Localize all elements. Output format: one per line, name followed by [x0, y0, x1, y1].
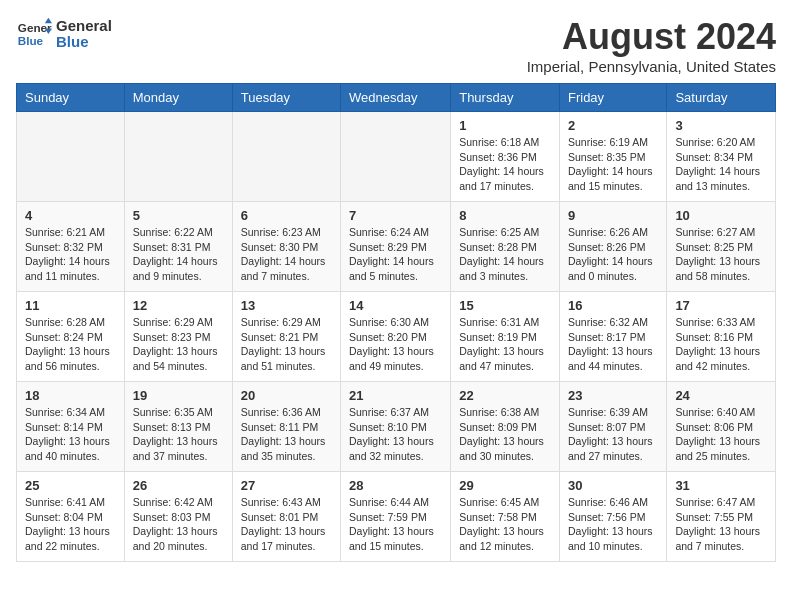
logo-general: General — [56, 18, 112, 35]
day-number: 18 — [25, 388, 116, 403]
day-cell-27: 27Sunrise: 6:43 AM Sunset: 8:01 PM Dayli… — [232, 472, 340, 562]
page-header: General Blue General Blue August 2024 Im… — [16, 16, 776, 75]
day-cell-17: 17Sunrise: 6:33 AM Sunset: 8:16 PM Dayli… — [667, 292, 776, 382]
day-info: Sunrise: 6:45 AM Sunset: 7:58 PM Dayligh… — [459, 495, 551, 554]
day-info: Sunrise: 6:36 AM Sunset: 8:11 PM Dayligh… — [241, 405, 332, 464]
weekday-header-sunday: Sunday — [17, 84, 125, 112]
svg-text:Blue: Blue — [18, 34, 44, 47]
day-info: Sunrise: 6:44 AM Sunset: 7:59 PM Dayligh… — [349, 495, 442, 554]
day-cell-18: 18Sunrise: 6:34 AM Sunset: 8:14 PM Dayli… — [17, 382, 125, 472]
week-row-5: 25Sunrise: 6:41 AM Sunset: 8:04 PM Dayli… — [17, 472, 776, 562]
weekday-header-wednesday: Wednesday — [341, 84, 451, 112]
day-number: 14 — [349, 298, 442, 313]
day-info: Sunrise: 6:24 AM Sunset: 8:29 PM Dayligh… — [349, 225, 442, 284]
day-info: Sunrise: 6:29 AM Sunset: 8:23 PM Dayligh… — [133, 315, 224, 374]
week-row-3: 11Sunrise: 6:28 AM Sunset: 8:24 PM Dayli… — [17, 292, 776, 382]
day-info: Sunrise: 6:26 AM Sunset: 8:26 PM Dayligh… — [568, 225, 658, 284]
day-cell-11: 11Sunrise: 6:28 AM Sunset: 8:24 PM Dayli… — [17, 292, 125, 382]
title-block: August 2024 Imperial, Pennsylvania, Unit… — [527, 16, 776, 75]
day-info: Sunrise: 6:33 AM Sunset: 8:16 PM Dayligh… — [675, 315, 767, 374]
day-cell-29: 29Sunrise: 6:45 AM Sunset: 7:58 PM Dayli… — [451, 472, 560, 562]
day-number: 20 — [241, 388, 332, 403]
day-number: 15 — [459, 298, 551, 313]
day-cell-9: 9Sunrise: 6:26 AM Sunset: 8:26 PM Daylig… — [559, 202, 666, 292]
week-row-1: 1Sunrise: 6:18 AM Sunset: 8:36 PM Daylig… — [17, 112, 776, 202]
day-number: 1 — [459, 118, 551, 133]
day-number: 11 — [25, 298, 116, 313]
day-cell-8: 8Sunrise: 6:25 AM Sunset: 8:28 PM Daylig… — [451, 202, 560, 292]
month-title: August 2024 — [527, 16, 776, 58]
day-number: 21 — [349, 388, 442, 403]
day-number: 22 — [459, 388, 551, 403]
day-info: Sunrise: 6:39 AM Sunset: 8:07 PM Dayligh… — [568, 405, 658, 464]
day-info: Sunrise: 6:47 AM Sunset: 7:55 PM Dayligh… — [675, 495, 767, 554]
weekday-header-friday: Friday — [559, 84, 666, 112]
day-cell-23: 23Sunrise: 6:39 AM Sunset: 8:07 PM Dayli… — [559, 382, 666, 472]
empty-cell — [341, 112, 451, 202]
day-number: 10 — [675, 208, 767, 223]
day-number: 24 — [675, 388, 767, 403]
day-number: 5 — [133, 208, 224, 223]
day-info: Sunrise: 6:40 AM Sunset: 8:06 PM Dayligh… — [675, 405, 767, 464]
day-cell-12: 12Sunrise: 6:29 AM Sunset: 8:23 PM Dayli… — [124, 292, 232, 382]
day-cell-3: 3Sunrise: 6:20 AM Sunset: 8:34 PM Daylig… — [667, 112, 776, 202]
day-info: Sunrise: 6:34 AM Sunset: 8:14 PM Dayligh… — [25, 405, 116, 464]
day-info: Sunrise: 6:30 AM Sunset: 8:20 PM Dayligh… — [349, 315, 442, 374]
day-info: Sunrise: 6:41 AM Sunset: 8:04 PM Dayligh… — [25, 495, 116, 554]
day-number: 26 — [133, 478, 224, 493]
day-cell-7: 7Sunrise: 6:24 AM Sunset: 8:29 PM Daylig… — [341, 202, 451, 292]
day-info: Sunrise: 6:43 AM Sunset: 8:01 PM Dayligh… — [241, 495, 332, 554]
day-info: Sunrise: 6:35 AM Sunset: 8:13 PM Dayligh… — [133, 405, 224, 464]
day-info: Sunrise: 6:19 AM Sunset: 8:35 PM Dayligh… — [568, 135, 658, 194]
empty-cell — [124, 112, 232, 202]
day-number: 3 — [675, 118, 767, 133]
day-number: 19 — [133, 388, 224, 403]
day-cell-5: 5Sunrise: 6:22 AM Sunset: 8:31 PM Daylig… — [124, 202, 232, 292]
day-number: 2 — [568, 118, 658, 133]
day-cell-22: 22Sunrise: 6:38 AM Sunset: 8:09 PM Dayli… — [451, 382, 560, 472]
weekday-header-monday: Monday — [124, 84, 232, 112]
day-cell-6: 6Sunrise: 6:23 AM Sunset: 8:30 PM Daylig… — [232, 202, 340, 292]
day-number: 23 — [568, 388, 658, 403]
day-number: 29 — [459, 478, 551, 493]
day-info: Sunrise: 6:38 AM Sunset: 8:09 PM Dayligh… — [459, 405, 551, 464]
day-number: 13 — [241, 298, 332, 313]
day-number: 8 — [459, 208, 551, 223]
day-cell-10: 10Sunrise: 6:27 AM Sunset: 8:25 PM Dayli… — [667, 202, 776, 292]
day-cell-2: 2Sunrise: 6:19 AM Sunset: 8:35 PM Daylig… — [559, 112, 666, 202]
day-number: 28 — [349, 478, 442, 493]
day-cell-16: 16Sunrise: 6:32 AM Sunset: 8:17 PM Dayli… — [559, 292, 666, 382]
week-row-2: 4Sunrise: 6:21 AM Sunset: 8:32 PM Daylig… — [17, 202, 776, 292]
logo-icon: General Blue — [16, 16, 52, 52]
day-cell-26: 26Sunrise: 6:42 AM Sunset: 8:03 PM Dayli… — [124, 472, 232, 562]
day-cell-25: 25Sunrise: 6:41 AM Sunset: 8:04 PM Dayli… — [17, 472, 125, 562]
day-info: Sunrise: 6:20 AM Sunset: 8:34 PM Dayligh… — [675, 135, 767, 194]
day-info: Sunrise: 6:29 AM Sunset: 8:21 PM Dayligh… — [241, 315, 332, 374]
day-info: Sunrise: 6:37 AM Sunset: 8:10 PM Dayligh… — [349, 405, 442, 464]
day-cell-24: 24Sunrise: 6:40 AM Sunset: 8:06 PM Dayli… — [667, 382, 776, 472]
day-info: Sunrise: 6:42 AM Sunset: 8:03 PM Dayligh… — [133, 495, 224, 554]
day-info: Sunrise: 6:23 AM Sunset: 8:30 PM Dayligh… — [241, 225, 332, 284]
day-cell-28: 28Sunrise: 6:44 AM Sunset: 7:59 PM Dayli… — [341, 472, 451, 562]
day-cell-4: 4Sunrise: 6:21 AM Sunset: 8:32 PM Daylig… — [17, 202, 125, 292]
day-cell-19: 19Sunrise: 6:35 AM Sunset: 8:13 PM Dayli… — [124, 382, 232, 472]
day-number: 17 — [675, 298, 767, 313]
day-info: Sunrise: 6:22 AM Sunset: 8:31 PM Dayligh… — [133, 225, 224, 284]
day-info: Sunrise: 6:27 AM Sunset: 8:25 PM Dayligh… — [675, 225, 767, 284]
day-info: Sunrise: 6:21 AM Sunset: 8:32 PM Dayligh… — [25, 225, 116, 284]
logo: General Blue General Blue — [16, 16, 112, 52]
week-row-4: 18Sunrise: 6:34 AM Sunset: 8:14 PM Dayli… — [17, 382, 776, 472]
day-cell-1: 1Sunrise: 6:18 AM Sunset: 8:36 PM Daylig… — [451, 112, 560, 202]
day-number: 6 — [241, 208, 332, 223]
day-cell-21: 21Sunrise: 6:37 AM Sunset: 8:10 PM Dayli… — [341, 382, 451, 472]
weekday-header-thursday: Thursday — [451, 84, 560, 112]
location-subtitle: Imperial, Pennsylvania, United States — [527, 58, 776, 75]
day-number: 9 — [568, 208, 658, 223]
day-number: 4 — [25, 208, 116, 223]
day-number: 27 — [241, 478, 332, 493]
day-info: Sunrise: 6:31 AM Sunset: 8:19 PM Dayligh… — [459, 315, 551, 374]
day-info: Sunrise: 6:18 AM Sunset: 8:36 PM Dayligh… — [459, 135, 551, 194]
day-number: 25 — [25, 478, 116, 493]
day-number: 7 — [349, 208, 442, 223]
empty-cell — [17, 112, 125, 202]
